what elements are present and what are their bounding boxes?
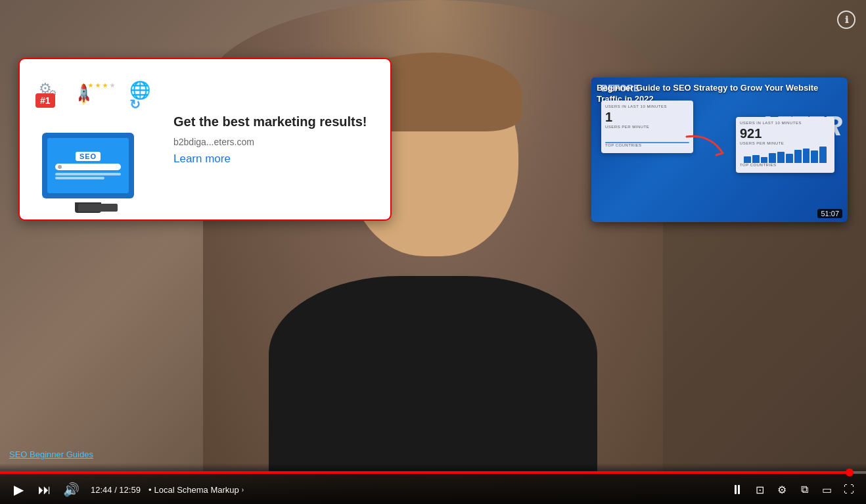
volume-button[interactable]: 🔊 — [62, 480, 80, 499]
star-4 — [103, 83, 108, 88]
bar-8 — [803, 149, 810, 164]
analytics-after-count: 921 — [740, 126, 831, 141]
bar-4 — [769, 153, 776, 163]
video-controls: ▶ ⏭ 🔊 12:44 / 12:59 • Local Schema Marku… — [0, 463, 866, 504]
analytics-bars — [740, 147, 831, 163]
speed-button[interactable] — [729, 482, 745, 497]
controls-row: ▶ ⏭ 🔊 12:44 / 12:59 • Local Schema Marku… — [0, 480, 866, 499]
bar-3 — [761, 157, 768, 163]
monitor-screen: SEO — [47, 138, 129, 193]
chapter-name: Local Schema Markup — [154, 485, 239, 495]
recommended-video-card[interactable]: Beginner Guide to SEO Strategy to Grow Y… — [591, 78, 848, 222]
bar-10 — [819, 147, 827, 163]
result-line-1 — [55, 173, 120, 175]
red-arrow — [683, 130, 736, 163]
next-button[interactable]: ⏭ — [35, 480, 54, 499]
bar-7 — [794, 150, 802, 163]
ad-card: ⚙ ⚙ 🌐 SEO — [18, 58, 392, 221]
seo-label: SEO — [76, 152, 101, 161]
learn-more-link[interactable]: Learn more — [173, 152, 231, 165]
shirt — [269, 276, 597, 473]
pause-bar-2 — [738, 485, 740, 494]
time-display: 12:44 / 12:59 — [91, 485, 141, 495]
upm-after-label: USERS PER MINUTE — [740, 141, 831, 145]
ad-illustration: ⚙ ⚙ 🌐 SEO — [35, 74, 160, 205]
bar-2 — [752, 155, 760, 164]
play-button[interactable]: ▶ — [9, 480, 28, 499]
result-lines — [55, 173, 120, 179]
info-button[interactable]: ℹ — [837, 11, 855, 29]
result-line-2 — [55, 177, 104, 179]
star-5 — [110, 83, 115, 88]
rec-video-background: Beginner Guide to SEO Strategy to Grow Y… — [591, 78, 848, 222]
subtitles-button[interactable]: ⊡ — [752, 482, 767, 497]
chapter-label: • Local Schema Markup › — [148, 485, 244, 495]
settings-button[interactable]: ⚙ — [774, 482, 790, 497]
top-countries-after: TOP COUNTRIES — [740, 163, 831, 167]
ad-domain: b2bdiga...eters.com — [173, 137, 375, 147]
search-bar-mini — [55, 164, 120, 170]
bar-9 — [811, 150, 818, 163]
monitor-stand — [78, 204, 118, 212]
bar-1 — [744, 156, 751, 163]
progress-bar-fill — [0, 471, 850, 474]
seo-monitor: SEO — [42, 133, 134, 198]
refresh-arrow-icon: ↻ — [129, 97, 141, 112]
analytics-before-card: USERS IN LAST 10 MINUTES 1 USERS PER MIN… — [601, 101, 693, 153]
progress-bar[interactable] — [0, 471, 866, 474]
users-after-label: USERS IN LAST 10 MINUTES — [740, 121, 831, 125]
channel-link[interactable]: SEO Beginner Guides — [9, 449, 93, 459]
ad-title: Get the best marketing results! — [173, 113, 375, 130]
chevron-icon: › — [242, 486, 244, 493]
ad-content: Get the best marketing results! b2bdiga.… — [173, 113, 375, 166]
top-countries-before: TOP COUNTRIES — [605, 143, 689, 147]
star-3 — [95, 83, 101, 88]
bar-6 — [786, 154, 793, 163]
video-background: ⚙ ⚙ 🌐 SEO — [0, 0, 866, 504]
rec-video-duration: 51:07 — [817, 209, 842, 218]
pause-indicator — [735, 485, 740, 494]
chapter-dot: • — [148, 485, 152, 495]
search-dot — [58, 165, 62, 169]
right-controls: ⊡ ⚙ ⧉ ▭ ⛶ — [729, 482, 857, 497]
before-label: BEFORE — [601, 83, 639, 93]
analytics-before-count: 1 — [605, 110, 689, 125]
number-one-badge: #1 — [35, 93, 55, 108]
analytics-after-card: USERS IN LAST 10 MINUTES 921 USERS PER M… — [736, 117, 834, 173]
fullscreen-button[interactable]: ⛶ — [841, 482, 857, 497]
users-before-label: USERS IN LAST 10 MINUTES — [605, 104, 689, 108]
upm-before-label: USERS PER MINUTE — [605, 125, 689, 129]
theater-button[interactable]: ▭ — [819, 482, 834, 497]
bar-5 — [777, 152, 785, 164]
miniplayer-button[interactable]: ⧉ — [796, 482, 812, 497]
pause-bar-1 — [735, 485, 737, 494]
